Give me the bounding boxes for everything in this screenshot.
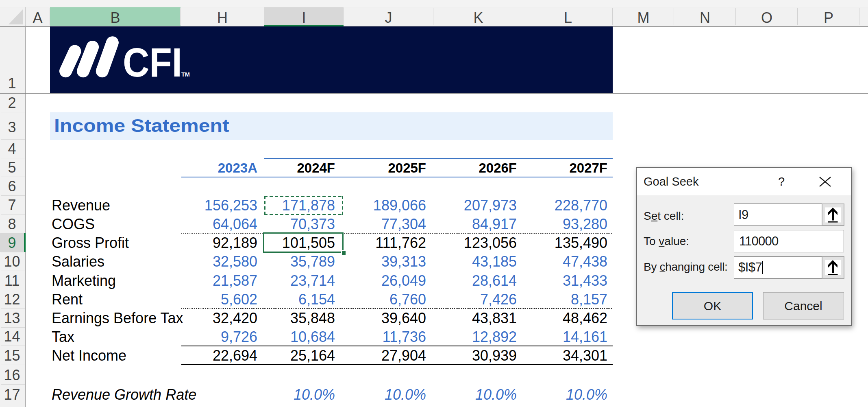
svg-text:CFI: CFI	[123, 39, 182, 85]
svg-text:TM: TM	[181, 71, 190, 78]
